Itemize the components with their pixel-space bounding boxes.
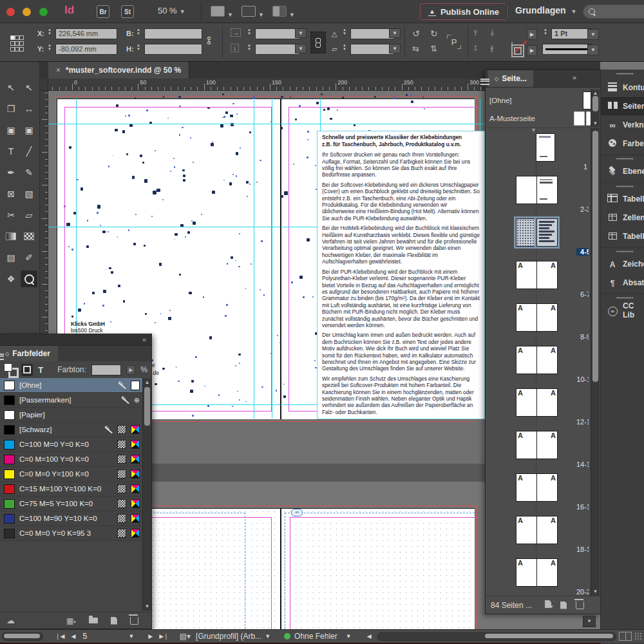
note-tool[interactable]: ▤ xyxy=(3,249,19,266)
pages-tab[interactable]: ◇ Seite... xyxy=(488,70,533,87)
frame-tool[interactable]: ⊠ xyxy=(3,185,19,202)
content-placer-tool[interactable]: ▣ xyxy=(21,122,37,138)
horizontal-scrollbar-left[interactable] xyxy=(2,632,43,641)
dock-group-grip[interactable] xyxy=(616,251,633,252)
pencil-tool[interactable]: ✎ xyxy=(21,164,37,181)
master-item-a[interactable]: A-Musterseite xyxy=(486,109,601,128)
horizontal-scrollbar-right[interactable] xyxy=(377,632,616,641)
dock-group-grip[interactable] xyxy=(616,297,633,299)
fill-frame-swatch[interactable] xyxy=(511,44,524,57)
swatch-row[interactable]: C=0 M=100 Y=0 K=0 xyxy=(0,452,142,467)
tint-dropdown[interactable]: ▶ xyxy=(126,365,135,375)
scroll-up-icon[interactable]: ▲ xyxy=(143,379,151,385)
vertical-guide[interactable] xyxy=(254,99,254,419)
shear-angle-field[interactable] xyxy=(350,44,394,55)
minimize-window-button[interactable] xyxy=(23,8,31,16)
scrollbar-thumb[interactable] xyxy=(144,387,150,426)
stroke-weight-dropdown[interactable]: ▼ xyxy=(587,29,599,40)
rotation-angle-field[interactable] xyxy=(350,28,394,39)
free-transform-tool[interactable]: ▱ xyxy=(21,207,37,223)
zoom-window-button[interactable] xyxy=(39,8,48,16)
resize-grip[interactable] xyxy=(634,632,642,640)
view-options-button[interactable]: ▼ xyxy=(211,6,233,19)
scrollbar-thumb[interactable] xyxy=(592,96,598,111)
width-field[interactable] xyxy=(144,28,202,39)
swatch-row[interactable]: [Ohne] xyxy=(0,378,142,393)
screen-mode-button[interactable]: ▼ xyxy=(242,6,264,19)
swatch-row[interactable]: [Papier] xyxy=(0,408,142,422)
page-number-dropdown[interactable]: ▼ xyxy=(125,633,137,639)
content-collector-tool[interactable]: ▣ xyxy=(3,122,19,138)
scrollbar-thumb[interactable] xyxy=(592,131,598,382)
stroke-type-dropdown[interactable]: ▼ xyxy=(587,44,599,55)
text-frame-outline[interactable] xyxy=(285,513,475,629)
scale-y-field[interactable] xyxy=(255,44,300,55)
collapse-panels-icon[interactable]: » xyxy=(573,73,576,81)
flip-horizontal-icon[interactable]: ⇆ xyxy=(412,44,419,53)
preflight-menu-icon[interactable]: ▤▾ xyxy=(180,632,191,641)
width-stepper[interactable]: ▲▼ xyxy=(135,28,142,35)
text-frame[interactable]: Schnelle und preiswerte Klassiker der Kl… xyxy=(317,131,485,419)
page-number-field[interactable]: 5 xyxy=(79,631,125,641)
scissors-tool[interactable]: ✂ xyxy=(3,207,19,223)
swatches-tab[interactable]: ◇ Farbfelder xyxy=(0,346,58,361)
cc-libraries-add-icon[interactable]: ☁ xyxy=(6,616,15,625)
master-item-none[interactable]: [Ohne] xyxy=(486,91,601,109)
swatch-row[interactable]: C=100 M=0 Y=0 K=0 xyxy=(0,437,142,452)
close-tab-icon[interactable]: × xyxy=(56,66,61,75)
shear-dropdown[interactable]: ▼ xyxy=(389,44,401,53)
constrain-dimensions-icon[interactable]: ⚯ xyxy=(203,37,214,45)
swatch-affects-text-button[interactable]: T xyxy=(38,365,43,375)
workspace-switcher[interactable]: Grundlagen ▼ xyxy=(515,5,576,15)
bridge-button[interactable]: Br xyxy=(97,5,109,18)
hand-tool[interactable]: ❖ xyxy=(3,270,19,287)
line-tool[interactable]: ╱ xyxy=(21,143,37,160)
masters-scrollbar[interactable]: ▲ ▼ xyxy=(591,90,600,127)
select-container-icon[interactable]: P xyxy=(447,35,461,49)
swatch-views-icon[interactable]: ▦▾ xyxy=(66,616,76,625)
horizontal-guide[interactable] xyxy=(48,124,486,124)
rotation-stepper[interactable]: ▲▼ xyxy=(341,28,348,35)
scale-y-stepper[interactable]: ▲▼ xyxy=(246,44,252,51)
dock-item-farbe[interactable]: Farbe xyxy=(601,135,644,153)
x-stepper[interactable]: ▲▼ xyxy=(46,28,53,35)
scroll-down-icon[interactable]: ▼ xyxy=(591,589,600,594)
page-tool[interactable]: ❒ xyxy=(3,100,19,117)
dock-item-kontur[interactable]: Kontur xyxy=(601,79,644,97)
scale-x-dropdown[interactable]: ▼ xyxy=(295,28,307,38)
arrange-documents-button[interactable]: ▼ xyxy=(272,6,295,19)
y-stepper[interactable]: ▲▼ xyxy=(46,44,53,51)
scale-y-dropdown[interactable]: ▼ xyxy=(295,44,307,53)
traffic-lights[interactable] xyxy=(6,7,53,19)
stroke-weight-stepper[interactable]: ▲▼ xyxy=(542,28,549,35)
swatch-row[interactable]: C=15 M=100 Y=100 K=0 xyxy=(0,482,142,497)
dock-group-grip[interactable] xyxy=(616,185,633,187)
rotate-ccw-icon[interactable]: ↺ xyxy=(412,28,420,39)
scroll-up-icon[interactable]: ▲ xyxy=(591,90,600,96)
collapse-panel-button[interactable]: « xyxy=(0,334,151,346)
swatch-row[interactable]: [Schwarz] xyxy=(0,422,142,437)
scale-x-field[interactable] xyxy=(255,28,300,39)
dock-item-cc lib[interactable]: ∞CC Lib xyxy=(601,301,644,319)
scroll-left-button[interactable]: ◀ xyxy=(364,633,375,639)
select-content-icon[interactable]: ⫱ xyxy=(474,44,477,53)
gap-tool[interactable]: ↔ xyxy=(21,100,37,117)
rotation-dropdown[interactable]: ▼ xyxy=(389,28,401,38)
preflight-status-dropdown[interactable]: ▼ xyxy=(343,633,355,639)
panel-menu-icon[interactable] xyxy=(0,354,4,360)
select-previous-object-icon[interactable]: ⫯ xyxy=(474,28,477,37)
delete-page-icon[interactable] xyxy=(576,601,584,609)
reference-point-locator[interactable] xyxy=(10,35,23,52)
swatch-row[interactable]: C=0 M=0 Y=0 K=95 3 xyxy=(0,526,142,541)
edit-page-size-icon[interactable]: ▾ xyxy=(545,600,551,610)
stroke-type-field[interactable] xyxy=(542,44,592,55)
zoom-level-dropdown[interactable]: 50 %▼ xyxy=(158,6,185,15)
delete-swatch-icon[interactable] xyxy=(130,617,138,625)
publish-online-button[interactable]: ▲ Publish Online xyxy=(420,3,507,20)
rectangle-tool[interactable]: ▧ xyxy=(21,185,37,202)
eyedropper-tool[interactable]: ✐ xyxy=(21,249,37,266)
height-field[interactable] xyxy=(144,44,202,55)
scale-x-stepper[interactable]: ▲▼ xyxy=(246,28,252,35)
next-page-button[interactable]: ▶ xyxy=(145,633,156,639)
dock-item-ebenen[interactable]: Ebenen xyxy=(601,162,644,180)
